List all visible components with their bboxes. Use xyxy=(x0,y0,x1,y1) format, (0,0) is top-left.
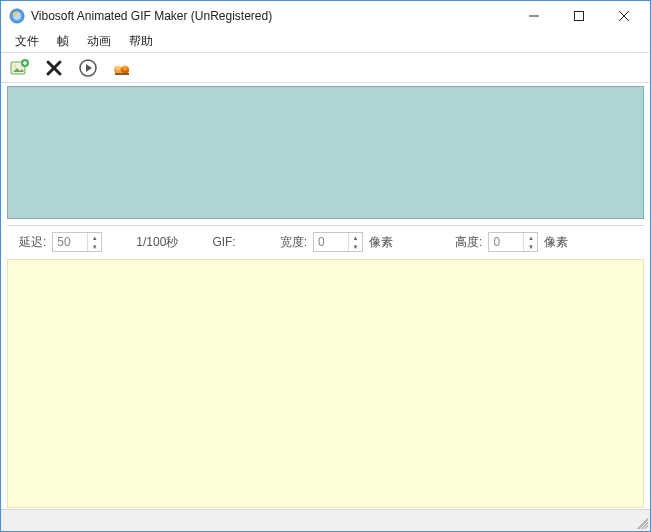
height-label: 高度: xyxy=(455,234,482,251)
svg-rect-18 xyxy=(115,73,129,75)
delay-spinner[interactable]: ▲ ▼ xyxy=(52,232,102,252)
delete-button[interactable] xyxy=(43,57,65,79)
close-button[interactable] xyxy=(601,2,646,30)
spinner-down-icon[interactable]: ▼ xyxy=(88,242,101,251)
spinner-up-icon[interactable]: ▲ xyxy=(524,233,537,242)
params-bar: 延迟: ▲ ▼ 1/100秒 GIF: 宽度: ▲ ▼ 像素 高度: ▲ ▼ 像… xyxy=(1,229,650,255)
toolbar xyxy=(1,53,650,83)
menu-file[interactable]: 文件 xyxy=(7,31,47,52)
menu-animation[interactable]: 动画 xyxy=(79,31,119,52)
resize-grip-icon[interactable] xyxy=(634,515,648,529)
gif-label: GIF: xyxy=(212,235,235,249)
maximize-button[interactable] xyxy=(556,2,601,30)
settings-button[interactable] xyxy=(111,57,133,79)
height-input[interactable] xyxy=(489,233,523,251)
delay-unit: 1/100秒 xyxy=(136,234,178,251)
menu-frame[interactable]: 帧 xyxy=(49,31,77,52)
spinner-up-icon[interactable]: ▲ xyxy=(88,233,101,242)
width-unit: 像素 xyxy=(369,234,393,251)
spinner-down-icon[interactable]: ▼ xyxy=(349,242,362,251)
width-label: 宽度: xyxy=(280,234,307,251)
frames-pane[interactable] xyxy=(7,86,644,219)
spinner-down-icon[interactable]: ▼ xyxy=(524,242,537,251)
window-controls xyxy=(511,2,646,30)
add-image-button[interactable] xyxy=(9,57,31,79)
height-spinner[interactable]: ▲ ▼ xyxy=(488,232,538,252)
canvas-pane[interactable] xyxy=(7,259,644,508)
menubar: 文件 帧 动画 帮助 xyxy=(1,31,650,53)
height-unit: 像素 xyxy=(544,234,568,251)
minimize-button[interactable] xyxy=(511,2,556,30)
spinner-up-icon[interactable]: ▲ xyxy=(349,233,362,242)
svg-rect-3 xyxy=(574,12,583,21)
svg-point-15 xyxy=(116,65,121,70)
width-input[interactable] xyxy=(314,233,348,251)
svg-point-17 xyxy=(123,65,128,70)
width-spinner[interactable]: ▲ ▼ xyxy=(313,232,363,252)
svg-point-7 xyxy=(14,64,17,67)
window-title: Vibosoft Animated GIF Maker (UnRegistere… xyxy=(31,9,511,23)
app-icon xyxy=(9,8,25,24)
menu-help[interactable]: 帮助 xyxy=(121,31,161,52)
titlebar: Vibosoft Animated GIF Maker (UnRegistere… xyxy=(1,1,650,31)
statusbar xyxy=(1,509,650,531)
delay-input[interactable] xyxy=(53,233,87,251)
svg-point-1 xyxy=(13,12,17,16)
delay-label: 延迟: xyxy=(19,234,46,251)
play-button[interactable] xyxy=(77,57,99,79)
